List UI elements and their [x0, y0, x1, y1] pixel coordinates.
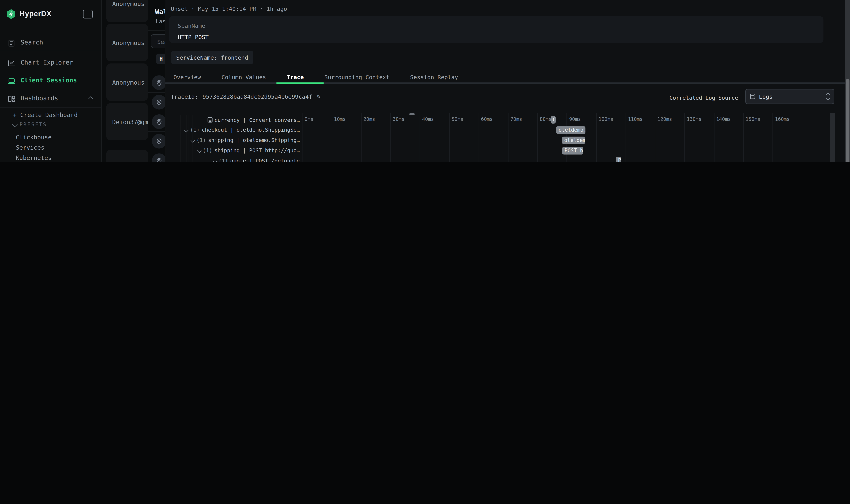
trace-row[interactable]: currency | Convert convers…Convert conve… — [165, 115, 830, 125]
location-pin-button[interactable] — [152, 134, 165, 148]
tab-trace[interactable]: Trace — [287, 74, 304, 80]
chevron-down-icon[interactable] — [197, 148, 201, 152]
trace-detail-modal: Unset · May 15 1:40:14 PM · 1h ago SpanN… — [165, 0, 846, 162]
span-duration-bar[interactable]: oteldemo.ShippingService/GetQuote — [557, 126, 585, 134]
laptop-icon — [8, 77, 16, 85]
peek-highlight-button[interactable]: H — [156, 54, 165, 64]
location-pin-button[interactable] — [152, 154, 165, 162]
tab-surrounding-context[interactable]: Surrounding Context — [324, 74, 390, 80]
log-source-value: Logs — [759, 93, 773, 100]
create-dashboard-button[interactable]: + Create Dashboard — [13, 112, 78, 119]
sidebar-collapse-icon[interactable] — [83, 10, 93, 18]
sidebar-item-label: Dashboards — [21, 95, 58, 102]
timestamp-label: · May 15 1:40:14 PM · 1h ago — [191, 5, 287, 12]
span-duration-bar[interactable]: oteldemo.ShippingService — [562, 137, 585, 144]
sidebar-item-search[interactable]: Search — [0, 36, 101, 50]
edit-icon[interactable]: ✎ — [317, 93, 320, 100]
severity-label: Unset — [171, 5, 188, 12]
trace-row-tree-cell: (1)shipping | oteldemo.Shipping… — [165, 135, 303, 145]
trace-row-label: shipping | POST http://quo… — [214, 147, 300, 154]
preset-clickhouse[interactable]: Clickhouse — [16, 134, 52, 141]
trace-id-row: TraceId: 957362828baa84dc02d95a4e6e99ca4… — [171, 92, 320, 101]
sidebar-item-client-sessions[interactable]: Client Sessions — [0, 74, 101, 88]
trace-id-label: TraceId: — [171, 93, 198, 100]
sidebar: HyperDX SearchChart ExplorerClient Sessi… — [0, 0, 102, 162]
waterfall-scrollbar[interactable] — [830, 113, 835, 162]
trace-row[interactable]: (1)shipping | oteldemo.Shipping…oteldemo… — [165, 135, 830, 145]
divider — [148, 131, 165, 132]
sidebar-item-label: Search — [21, 39, 43, 47]
session-card[interactable]: Anonymous — [106, 23, 148, 61]
preset-kubernetes[interactable]: Kubernetes — [16, 155, 52, 162]
sidebar-item-dashboards[interactable]: Dashboards — [0, 92, 101, 106]
trace-row-tree-cell: (1)checkout | oteldemo.ShippingSe… — [165, 125, 303, 135]
modal-tab-bar: OverviewColumn ValuesTraceSurrounding Co… — [174, 72, 458, 82]
trace-row[interactable]: (1)quote | POST /getquotePOST /getquote — [165, 156, 830, 162]
location-pin-button[interactable] — [152, 95, 165, 109]
waterfall-hscroll-thumb[interactable] — [409, 113, 415, 115]
chevron-down-icon[interactable] — [184, 128, 188, 132]
divider — [148, 112, 165, 112]
map-pin-icon — [155, 78, 163, 87]
map-pin-icon — [155, 137, 163, 145]
divider — [0, 50, 101, 50]
trace-row-tree-cell: currency | Convert convers… — [165, 115, 303, 125]
presets-label: PRESETS — [20, 121, 47, 127]
span-duration-bar[interactable]: POST /getquote — [616, 157, 621, 162]
search-icon — [8, 39, 16, 47]
divider — [148, 151, 165, 151]
service-name-badge[interactable]: ServiceName: frontend — [171, 51, 253, 64]
brand[interactable]: HyperDX — [6, 9, 51, 20]
trace-row-tree-cell: (1)shipping | POST http://quo… — [165, 145, 303, 156]
trace-row[interactable]: (1)shipping | POST http://quo…POST http:… — [165, 145, 830, 156]
session-card[interactable]: Anonymous — [106, 63, 148, 101]
active-tab-underline — [276, 82, 324, 84]
span-name-value: HTTP POST — [178, 34, 209, 40]
tab-overview[interactable]: Overview — [174, 74, 201, 80]
map-pin-icon — [155, 157, 163, 162]
chevron-down-icon[interactable] — [191, 138, 195, 143]
sidebar-item-chart-explorer[interactable]: Chart Explorer — [0, 56, 101, 70]
tab-column-values[interactable]: Column Values — [221, 74, 266, 80]
chart-icon — [8, 59, 16, 67]
chevron-up-icon — [88, 96, 94, 101]
logs-icon — [750, 94, 755, 99]
session-user-label: Deion37@gm — [112, 119, 148, 126]
trace-row[interactable]: (1)checkout | oteldemo.ShippingSe…otelde… — [165, 125, 830, 135]
hyperdx-app: HyperDX SearchChart ExplorerClient Sessi… — [0, 0, 850, 162]
location-pin-button[interactable] — [152, 114, 165, 129]
chevron-updown-icon — [827, 93, 829, 100]
child-count-label: (1) — [203, 147, 212, 154]
log-source-select[interactable]: Logs — [745, 89, 834, 104]
tab-session-replay[interactable]: Session Replay — [410, 74, 458, 80]
peek-session-title: Wal — [155, 8, 165, 16]
session-user-label: Anonymous — [112, 79, 144, 86]
trace-waterfall: 0ms10ms20ms30ms40ms50ms60ms70ms80ms90ms1… — [165, 113, 835, 162]
hyperdx-logo-icon — [6, 9, 16, 19]
chevron-down-icon — [12, 122, 18, 127]
session-card[interactable]: Walton9@ho — [106, 149, 148, 162]
chevron-down-icon[interactable] — [213, 159, 217, 162]
modal-title-row: Unset · May 15 1:40:14 PM · 1h ago — [171, 5, 287, 12]
session-card[interactable]: Anonymous — [106, 0, 148, 22]
map-pin-icon — [155, 118, 163, 126]
presets-group[interactable]: PRESETS — [13, 121, 47, 127]
preset-services[interactable]: Services — [16, 144, 44, 151]
trace-row-label: shipping | oteldemo.Shipping… — [208, 137, 300, 144]
trace-row-label: quote | POST /getquote — [230, 158, 300, 162]
map-pin-icon — [155, 98, 163, 106]
sidebar-item-label: Chart Explorer — [21, 59, 73, 67]
location-pin-button[interactable] — [152, 75, 165, 90]
peek-session-subtitle: Las — [156, 18, 165, 25]
divider — [148, 92, 165, 93]
tab-underline-track — [165, 82, 846, 84]
span-duration-bar[interactable]: Convert conversion request — [550, 116, 556, 124]
session-user-label: Anonymous — [112, 39, 144, 47]
page-scrollbar[interactable] — [845, 0, 850, 162]
span-duration-bar[interactable]: POST http://quote — [562, 147, 583, 154]
trace-id-value: 957362828baa84dc02d95a4e6e99ca4f — [202, 93, 312, 100]
peek-search-input[interactable]: Sea — [151, 34, 165, 48]
child-count-label: (1) — [218, 158, 228, 162]
session-user-label: Anonymous — [112, 0, 144, 7]
session-card[interactable]: Deion37@gm — [106, 103, 148, 140]
